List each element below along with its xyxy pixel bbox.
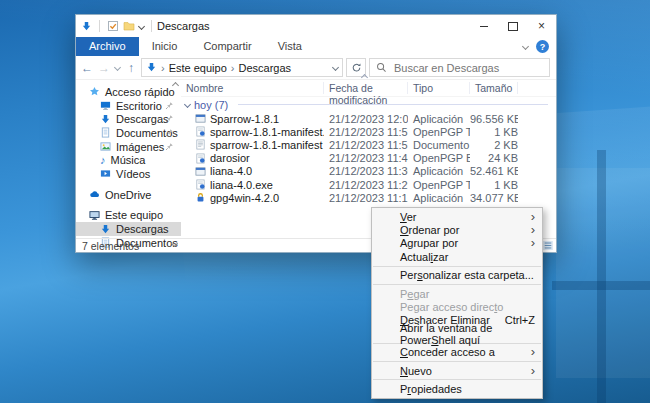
sidebar-item-videos[interactable]: Vídeos (76, 167, 181, 181)
tab-vista[interactable]: Vista (265, 37, 315, 56)
file-type: OpenPGP Binary F... (408, 152, 470, 164)
menu-item-label: Pegar (400, 288, 429, 300)
search-input[interactable] (392, 61, 549, 75)
menu-separator (373, 284, 541, 285)
tab-archivo[interactable]: Archivo (76, 37, 139, 56)
pin-icon (165, 128, 174, 137)
address-breadcrumb[interactable]: › Este equipo › Descargas (141, 58, 343, 77)
group-collapse-icon[interactable] (184, 101, 191, 108)
up-button[interactable]: ↑ (124, 59, 138, 77)
sidebar-item-documentos[interactable]: Documentos (76, 126, 181, 140)
menu-item-conceder-acceso[interactable]: Conceder acceso a › (372, 346, 542, 359)
menu-item-label: Pegar acceso directo (400, 301, 503, 313)
properties-qat-icon[interactable] (107, 20, 119, 32)
sidebar-item-label: Escritorio (116, 100, 162, 112)
pgp-binary-file-icon (195, 153, 206, 164)
item-count: 7 elementos (82, 240, 139, 252)
column-header-fecha[interactable]: Fecha de modificación (324, 82, 408, 94)
sidebar-item-este-equipo[interactable]: Este equipo (76, 209, 181, 223)
menu-item-agrupar-por[interactable]: Agrupar por › (372, 237, 542, 250)
downloads-folder-icon (100, 224, 111, 235)
submenu-arrow-icon: › (531, 225, 535, 235)
new-folder-qat-icon[interactable] (123, 20, 135, 32)
tab-inicio[interactable]: Inicio (139, 37, 191, 56)
menu-item-nuevo[interactable]: Nuevo › (372, 364, 542, 377)
address-dropdown-icon[interactable] (332, 64, 339, 71)
breadcrumb-root[interactable]: Este equipo (169, 62, 227, 74)
menu-separator (373, 361, 541, 362)
document-icon (100, 127, 111, 138)
menu-item-personalizar-carpeta[interactable]: Personalizar esta carpeta... (372, 269, 542, 282)
sidebar-item-acceso-rapido[interactable]: Acceso rápido (76, 85, 181, 99)
file-type: OpenPGP Text File (408, 179, 470, 191)
sidebar-item-musica[interactable]: ♪ Música (76, 153, 181, 167)
desktop-icon (100, 100, 111, 111)
close-button[interactable]: × (527, 15, 556, 37)
sidebar-item-escritorio[interactable]: Escritorio (76, 99, 181, 113)
file-row[interactable]: Sparrow-1.8.1 21/12/2023 12:00 Aplicació… (181, 112, 556, 125)
file-row[interactable]: sparrow-1.8.1-manifest 21/12/2023 11:59 … (181, 138, 556, 151)
file-type: Aplicación (408, 113, 470, 125)
sidebar-item-imagenes[interactable]: Imágenes (76, 140, 181, 154)
window-title: Descargas (157, 20, 210, 32)
file-row[interactable]: gpg4win-4.2.0 21/12/2023 11:12 Aplicació… (181, 191, 556, 204)
address-bar: ← → ↑ › Este equipo › Descargas (76, 56, 556, 80)
sidebar-item-label: Vídeos (116, 168, 150, 180)
text-document-icon (195, 139, 206, 150)
computer-icon (89, 210, 100, 221)
column-header-tipo[interactable]: Tipo (408, 82, 470, 94)
file-row[interactable]: liana-4.0.exe 21/12/2023 11:29 OpenPGP T… (181, 178, 556, 191)
sidebar-item-descargas[interactable]: Descargas (76, 112, 181, 126)
file-name: gpg4win-4.2.0 (210, 192, 279, 204)
submenu-arrow-icon: › (531, 366, 535, 376)
sidebar-item-onedrive[interactable]: OneDrive (76, 188, 181, 202)
file-size: 24 KB (470, 152, 518, 164)
ribbon-collapse-icon[interactable] (522, 43, 529, 50)
minimize-button[interactable] (469, 15, 498, 37)
breadcrumb-current[interactable]: Descargas (238, 62, 291, 74)
file-row[interactable]: darosior 21/12/2023 11:48 OpenPGP Binary… (181, 152, 556, 165)
file-size: 96.556 KB (470, 113, 518, 125)
file-name: liana-4.0 (210, 165, 252, 177)
qat-customize-icon[interactable] (138, 22, 145, 29)
titlebar-divider (99, 20, 100, 32)
menu-item-actualizar[interactable]: Actualizar (372, 250, 542, 263)
tab-compartir[interactable]: Compartir (190, 37, 264, 56)
sidebar-item-label: Acceso rápido (105, 86, 175, 98)
app-icon (195, 113, 206, 124)
forward-button[interactable]: → (97, 59, 111, 77)
help-button[interactable]: ? (536, 40, 549, 53)
sidebar-item-label: Imágenes (116, 141, 164, 153)
back-button[interactable]: ← (80, 59, 94, 77)
ribbon-tab-bar: Archivo Inicio Compartir Vista ? (76, 37, 556, 56)
submenu-arrow-icon: › (531, 347, 535, 357)
file-type: Aplicación (408, 192, 470, 204)
menu-item-ver[interactable]: Ver › (372, 210, 542, 223)
file-row[interactable]: sparrow-1.8.1-manifest.txt 21/12/2023 11… (181, 125, 556, 138)
menu-item-propiedades[interactable]: Propiedades (372, 382, 542, 395)
column-header-nombre[interactable]: Nombre (181, 82, 324, 94)
menu-item-label: Personalizar esta carpeta... (400, 269, 534, 281)
details-view-icon[interactable] (543, 241, 553, 250)
videos-icon (100, 168, 111, 179)
search-box[interactable] (369, 58, 550, 77)
column-header-tamano[interactable]: Tamaño (470, 82, 518, 94)
menu-item-ordenar-por[interactable]: Ordenar por › (372, 223, 542, 236)
sidebar-item-label: Descargas (116, 113, 169, 125)
sidebar-item-descargas-selected[interactable]: Descargas (76, 222, 181, 236)
downloads-folder-icon (100, 114, 111, 125)
close-icon: × (538, 20, 545, 32)
recent-locations-icon[interactable] (114, 64, 121, 71)
menu-item-label: Agrupar por (400, 237, 458, 249)
file-name: sparrow-1.8.1-manifest (210, 139, 323, 151)
pin-icon (165, 101, 174, 110)
file-type: OpenPGP Text File (408, 126, 470, 138)
pin-icon (165, 114, 174, 123)
file-row[interactable]: liana-4.0 21/12/2023 11:30 Aplicación 52… (181, 165, 556, 178)
menu-item-abrir-powershell[interactable]: Abrir la ventana de PowerShell aquí (372, 327, 542, 340)
titlebar[interactable]: Descargas × (76, 15, 556, 37)
file-date: 21/12/2023 11:59 (324, 126, 408, 138)
menu-separator (373, 266, 541, 267)
maximize-button[interactable] (498, 15, 527, 37)
file-date: 21/12/2023 11:30 (324, 165, 408, 177)
